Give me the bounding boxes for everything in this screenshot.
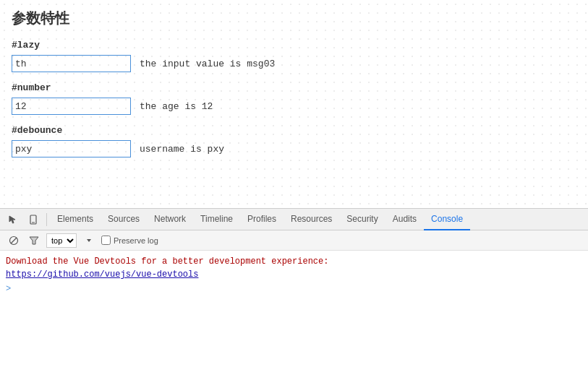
number-output: the age is 12 <box>140 101 213 112</box>
device-toolbar-icon[interactable] <box>23 210 43 230</box>
svg-marker-6 <box>87 239 91 242</box>
console-link[interactable]: https://github.com/vuejs/vue-devtools <box>6 269 198 280</box>
tab-network[interactable]: Network <box>147 209 193 230</box>
lazy-output: the input value is msg03 <box>140 59 275 69</box>
section-lazy-row: the input value is msg03 <box>12 55 576 72</box>
page-title: 参数特性 <box>12 9 576 28</box>
svg-line-4 <box>11 238 17 243</box>
section-lazy: #lazy the input value is msg03 <box>12 40 576 72</box>
clear-console-icon[interactable] <box>6 233 22 249</box>
devtools-tabs-bar: Elements Sources Network Timeline Profil… <box>0 209 588 230</box>
console-prompt[interactable]: > <box>6 284 582 294</box>
section-lazy-label: #lazy <box>12 40 576 51</box>
preserve-log-checkbox[interactable] <box>101 236 111 245</box>
tab-resources[interactable]: Resources <box>284 209 339 230</box>
console-output[interactable]: Download the Vue Devtools for a better d… <box>0 251 588 367</box>
console-text-1: Download the Vue Devtools for a better d… <box>6 256 328 267</box>
tab-elements[interactable]: Elements <box>50 209 101 230</box>
svg-marker-5 <box>30 237 38 244</box>
section-number-label: #number <box>12 82 576 93</box>
number-input[interactable] <box>12 98 131 115</box>
svg-marker-0 <box>9 216 15 223</box>
tab-security[interactable]: Security <box>339 209 385 230</box>
tab-audits[interactable]: Audits <box>385 209 424 230</box>
section-debounce-row: username is pxy <box>12 140 576 157</box>
section-debounce: #debounce username is pxy <box>12 125 576 157</box>
debounce-input[interactable] <box>12 140 131 157</box>
section-debounce-label: #debounce <box>12 125 576 136</box>
preserve-log-text: Preserve log <box>114 236 158 245</box>
main-content: 参数特性 #lazy the input value is msg03 #num… <box>0 0 588 208</box>
tab-console[interactable]: Console <box>424 209 470 230</box>
section-number: #number the age is 12 <box>12 82 576 115</box>
lazy-input[interactable] <box>12 55 131 72</box>
tab-sources[interactable]: Sources <box>101 209 147 230</box>
tab-divider <box>46 213 47 226</box>
filter-icon[interactable] <box>26 233 42 249</box>
dropdown-arrow-icon[interactable] <box>81 233 97 249</box>
preserve-log-label[interactable]: Preserve log <box>101 236 158 245</box>
console-toolbar: top Preserve log <box>0 230 588 251</box>
debounce-output: username is pxy <box>140 144 224 155</box>
top-select[interactable]: top <box>46 233 77 248</box>
prompt-arrow: > <box>6 284 11 294</box>
console-line-1: Download the Vue Devtools for a better d… <box>6 255 582 281</box>
inspect-element-icon[interactable] <box>3 210 23 230</box>
tab-profiles[interactable]: Profiles <box>240 209 284 230</box>
devtools-panel: Elements Sources Network Timeline Profil… <box>0 208 588 367</box>
tab-timeline[interactable]: Timeline <box>193 209 240 230</box>
section-number-row: the age is 12 <box>12 98 576 115</box>
